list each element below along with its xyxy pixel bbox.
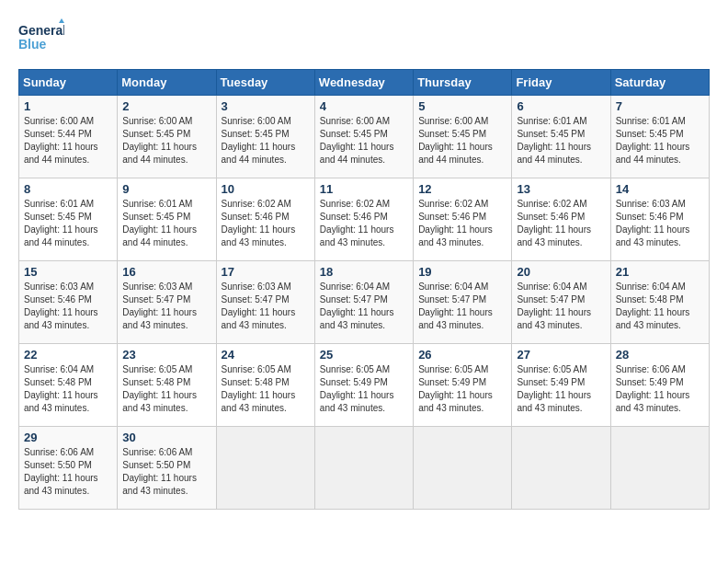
daylight-label: Daylight: 11 hours and 43 minutes. [418,390,493,413]
weekday-header-tuesday: Tuesday [216,70,314,96]
sunrise-label: Sunrise: 6:03 AM [222,282,291,292]
calendar-cell [512,427,610,510]
day-info: Sunrise: 6:05 AM Sunset: 5:49 PM Dayligh… [517,363,605,415]
calendar-cell: 27 Sunrise: 6:05 AM Sunset: 5:49 PM Dayl… [512,344,610,427]
day-number: 11 [320,182,408,196]
daylight-label: Daylight: 11 hours and 43 minutes. [418,307,493,330]
day-number: 5 [418,99,506,113]
daylight-label: Daylight: 11 hours and 43 minutes. [320,390,394,413]
sunrise-label: Sunrise: 6:05 AM [418,364,488,374]
calendar-cell: 7 Sunrise: 6:01 AM Sunset: 5:45 PM Dayli… [610,96,709,178]
sunset-label: Sunset: 5:50 PM [24,460,92,470]
day-number: 27 [517,348,605,362]
sunset-label: Sunset: 5:47 PM [517,294,585,304]
calendar-cell: 30 Sunrise: 6:06 AM Sunset: 5:50 PM Dayl… [118,427,216,510]
day-info: Sunrise: 6:04 AM Sunset: 5:48 PM Dayligh… [616,281,704,332]
sunset-label: Sunset: 5:45 PM [517,129,585,139]
day-number: 22 [24,348,112,362]
day-info: Sunrise: 6:02 AM Sunset: 5:46 PM Dayligh… [320,198,408,249]
svg-marker-2 [59,18,64,23]
day-number: 7 [616,99,704,113]
calendar-week-row: 29 Sunrise: 6:06 AM Sunset: 5:50 PM Dayl… [19,427,710,510]
day-info: Sunrise: 6:05 AM Sunset: 5:49 PM Dayligh… [418,363,506,415]
day-info: Sunrise: 6:00 AM Sunset: 5:45 PM Dayligh… [320,115,408,167]
day-info: Sunrise: 6:02 AM Sunset: 5:46 PM Dayligh… [418,198,506,249]
calendar-cell [314,427,413,510]
daylight-label: Daylight: 11 hours and 43 minutes. [222,390,296,413]
sunrise-label: Sunrise: 6:03 AM [24,282,94,292]
calendar-table: SundayMondayTuesdayWednesdayThursdayFrid… [18,69,710,510]
weekday-header-monday: Monday [118,70,216,96]
sunrise-label: Sunrise: 6:04 AM [320,282,390,292]
day-info: Sunrise: 6:06 AM Sunset: 5:50 PM Dayligh… [24,446,112,498]
day-info: Sunrise: 6:03 AM Sunset: 5:46 PM Dayligh… [24,281,112,332]
page-header: General Blue [18,18,710,60]
sunrise-label: Sunrise: 6:01 AM [24,199,94,209]
sunrise-label: Sunrise: 6:02 AM [418,199,488,209]
sunset-label: Sunset: 5:45 PM [122,129,190,139]
calendar-cell: 22 Sunrise: 6:04 AM Sunset: 5:48 PM Dayl… [19,344,118,427]
day-number: 2 [122,99,210,113]
calendar-cell [216,427,314,510]
sunset-label: Sunset: 5:48 PM [24,377,92,387]
daylight-label: Daylight: 11 hours and 43 minutes. [122,473,197,496]
calendar-cell: 24 Sunrise: 6:05 AM Sunset: 5:48 PM Dayl… [216,344,314,427]
day-info: Sunrise: 6:01 AM Sunset: 5:45 PM Dayligh… [24,198,112,249]
sunrise-label: Sunrise: 6:00 AM [418,116,488,126]
day-number: 23 [122,348,210,362]
svg-text:Blue: Blue [18,37,47,52]
sunset-label: Sunset: 5:45 PM [418,129,486,139]
calendar-cell: 8 Sunrise: 6:01 AM Sunset: 5:45 PM Dayli… [19,178,118,261]
sunset-label: Sunset: 5:46 PM [24,294,92,304]
day-number: 16 [122,265,210,279]
calendar-cell: 11 Sunrise: 6:02 AM Sunset: 5:46 PM Dayl… [314,178,413,261]
sunrise-label: Sunrise: 6:05 AM [222,364,291,374]
sunrise-label: Sunrise: 6:05 AM [122,364,192,374]
sunset-label: Sunset: 5:45 PM [320,129,388,139]
day-number: 10 [222,182,310,196]
daylight-label: Daylight: 11 hours and 43 minutes. [24,473,98,496]
calendar-week-row: 1 Sunrise: 6:00 AM Sunset: 5:44 PM Dayli… [19,96,710,178]
daylight-label: Daylight: 11 hours and 43 minutes. [222,307,296,330]
sunset-label: Sunset: 5:45 PM [616,129,684,139]
sunrise-label: Sunrise: 6:05 AM [517,364,586,374]
sunset-label: Sunset: 5:50 PM [122,460,190,470]
day-number: 15 [24,265,112,279]
day-info: Sunrise: 6:06 AM Sunset: 5:50 PM Dayligh… [122,446,210,498]
sunrise-label: Sunrise: 6:01 AM [616,116,686,126]
sunset-label: Sunset: 5:47 PM [418,294,486,304]
day-info: Sunrise: 6:00 AM Sunset: 5:45 PM Dayligh… [418,115,506,167]
day-info: Sunrise: 6:04 AM Sunset: 5:47 PM Dayligh… [320,281,408,332]
daylight-label: Daylight: 11 hours and 43 minutes. [122,390,197,413]
sunrise-label: Sunrise: 6:01 AM [517,116,586,126]
calendar-cell: 23 Sunrise: 6:05 AM Sunset: 5:48 PM Dayl… [118,344,216,427]
weekday-header-sunday: Sunday [19,70,118,96]
day-number: 30 [122,431,210,444]
daylight-label: Daylight: 11 hours and 43 minutes. [122,307,197,330]
calendar-cell: 3 Sunrise: 6:00 AM Sunset: 5:45 PM Dayli… [216,96,314,178]
day-number: 17 [222,265,310,279]
daylight-label: Daylight: 11 hours and 44 minutes. [24,142,98,165]
calendar-cell: 15 Sunrise: 6:03 AM Sunset: 5:46 PM Dayl… [19,261,118,344]
daylight-label: Daylight: 11 hours and 43 minutes. [418,224,493,247]
calendar-cell: 2 Sunrise: 6:00 AM Sunset: 5:45 PM Dayli… [118,96,216,178]
sunrise-label: Sunrise: 6:00 AM [122,116,192,126]
day-number: 25 [320,348,408,362]
day-info: Sunrise: 6:04 AM Sunset: 5:48 PM Dayligh… [24,363,112,415]
day-number: 1 [24,99,112,113]
day-info: Sunrise: 6:03 AM Sunset: 5:46 PM Dayligh… [616,198,704,249]
daylight-label: Daylight: 11 hours and 44 minutes. [320,142,394,165]
calendar-cell: 26 Sunrise: 6:05 AM Sunset: 5:49 PM Dayl… [414,344,512,427]
sunset-label: Sunset: 5:46 PM [616,212,684,222]
sunset-label: Sunset: 5:48 PM [122,377,190,387]
calendar-cell: 21 Sunrise: 6:04 AM Sunset: 5:48 PM Dayl… [610,261,709,344]
calendar-cell [610,427,709,510]
sunrise-label: Sunrise: 6:05 AM [320,364,390,374]
sunset-label: Sunset: 5:46 PM [320,212,388,222]
logo: General Blue [18,18,64,60]
calendar-cell: 28 Sunrise: 6:06 AM Sunset: 5:49 PM Dayl… [610,344,709,427]
day-number: 8 [24,182,112,196]
day-number: 26 [418,348,506,362]
daylight-label: Daylight: 11 hours and 44 minutes. [122,224,197,247]
day-number: 29 [24,431,112,444]
